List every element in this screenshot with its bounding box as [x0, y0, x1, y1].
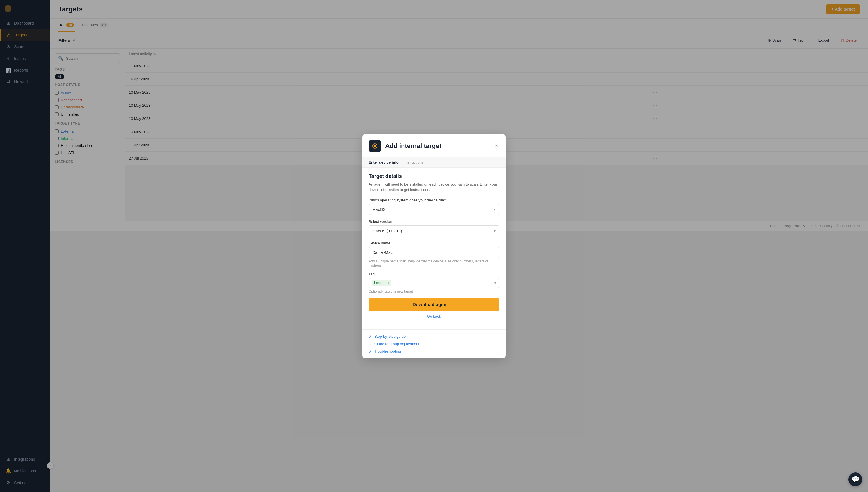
modal-title-row: Add internal target: [368, 140, 441, 152]
chat-bubble-button[interactable]: 💬: [848, 472, 862, 486]
download-agent-label: Download agent: [412, 302, 448, 307]
tag-badge-london: London ×: [372, 280, 391, 286]
add-internal-target-modal: Add internal target × Enter device info …: [362, 134, 506, 358]
breadcrumb-step1: Enter device info: [368, 160, 399, 164]
troubleshooting-label: Troubleshooting: [374, 349, 401, 353]
modal-title: Add internal target: [385, 142, 441, 150]
step-by-step-guide-link[interactable]: ↗ Step-by-step guide: [368, 334, 500, 339]
group-deployment-guide-link[interactable]: ↗ Guide to group deployment: [368, 342, 500, 346]
os-select-wrapper: MacOS Windows Linux ▾: [368, 204, 500, 215]
target-details-desc: An agent will need to be installed on ea…: [368, 181, 500, 193]
version-select[interactable]: macOS (11 - 13) macOS (10.15) macOS (10.…: [369, 226, 499, 236]
svg-point-1: [374, 145, 376, 147]
group-deployment-label: Guide to group deployment: [374, 342, 419, 346]
breadcrumb-step2: Instructions: [405, 160, 424, 164]
os-form-group: Which operating system does your device …: [368, 198, 500, 215]
modal-icon: [368, 140, 381, 152]
tag-dropdown-icon[interactable]: ▾: [494, 280, 496, 285]
tag-badge-label: London: [374, 281, 385, 285]
modal-overlay[interactable]: Add internal target × Enter device info …: [0, 0, 868, 492]
tag-badge-remove-icon[interactable]: ×: [387, 281, 389, 285]
version-label: Select version: [368, 219, 500, 224]
external-link-icon: ↗: [368, 334, 372, 339]
modal-links: ↗ Step-by-step guide ↗ Guide to group de…: [362, 329, 506, 358]
device-name-label: Device name: [368, 241, 500, 245]
download-agent-button[interactable]: Download agent →: [368, 298, 500, 311]
external-link-icon: ↗: [368, 342, 372, 346]
os-select[interactable]: MacOS Windows Linux: [369, 204, 499, 215]
download-arrow-icon: →: [451, 302, 456, 307]
breadcrumb-chevron-icon: ›: [401, 160, 402, 164]
tag-hint: Optionally tag this new target: [368, 290, 500, 294]
device-name-hint: Add a unique name that'll help identify …: [368, 259, 500, 267]
modal-body: Target details An agent will need to be …: [362, 168, 506, 329]
step-by-step-label: Step-by-step guide: [374, 334, 406, 339]
go-back-link[interactable]: Go back: [368, 314, 500, 318]
target-details-title: Target details: [368, 173, 500, 179]
tag-label: Tag: [368, 272, 500, 276]
device-name-form-group: Device name Daniel-Mac Add a unique name…: [368, 241, 500, 267]
os-label: Which operating system does your device …: [368, 198, 500, 202]
tag-input-wrapper[interactable]: London × ▾: [368, 278, 500, 288]
version-form-group: Select version macOS (11 - 13) macOS (10…: [368, 219, 500, 237]
modal-close-button[interactable]: ×: [494, 142, 500, 150]
tag-form-group: Tag London × ▾ Optionally tag this new t…: [368, 272, 500, 294]
version-select-wrapper: macOS (11 - 13) macOS (10.15) macOS (10.…: [368, 225, 500, 237]
chat-icon: 💬: [852, 476, 860, 483]
external-link-icon: ↗: [368, 349, 372, 354]
modal-breadcrumb: Enter device info › Instructions: [362, 157, 506, 168]
close-icon: ×: [495, 143, 498, 149]
modal-header: Add internal target ×: [362, 134, 506, 157]
device-name-input[interactable]: Daniel-Mac: [368, 247, 500, 258]
troubleshooting-link[interactable]: ↗ Troubleshooting: [368, 349, 500, 354]
